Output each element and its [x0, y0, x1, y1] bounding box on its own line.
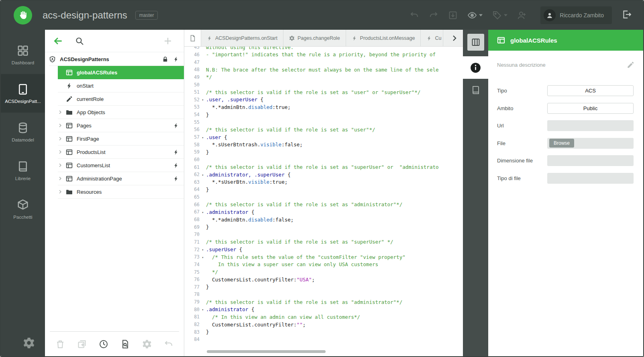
sidebar-item-pacchetti[interactable]: Pacchetti: [1, 190, 45, 228]
undo-button[interactable]: [164, 339, 173, 349]
property-value: Public: [583, 105, 597, 111]
expand-chevron-icon[interactable]: [58, 109, 66, 115]
fold-gutter: [200, 114, 206, 115]
columns-tool-button[interactable]: [467, 34, 484, 51]
tree-item-label: AdministrationPage: [77, 176, 173, 182]
fold-gutter: [200, 339, 206, 340]
code-line: 62▾.administrator, .superUser {: [184, 171, 463, 178]
fold-gutter: [200, 122, 206, 123]
line-number: 46: [184, 52, 200, 57]
shield-icon: [49, 56, 56, 63]
tree-item-label: ProductsList: [77, 149, 173, 155]
tab-acsdesignpatterns-onstart[interactable]: ACSDesignPatterns.onStart: [201, 30, 283, 46]
expand-chevron-icon[interactable]: [58, 149, 66, 155]
property-input-tipo[interactable]: ACS: [547, 85, 634, 96]
tree-item-app-objects[interactable]: App Objects: [58, 106, 184, 119]
property-input-url[interactable]: [547, 120, 634, 131]
add-user-button[interactable]: [517, 10, 527, 20]
import-box-button[interactable]: [448, 10, 458, 20]
tab-current-document[interactable]: [184, 30, 201, 46]
user-menu[interactable]: Riccardo Zambito: [540, 6, 612, 24]
tree-item-customerslist[interactable]: CustomersList: [58, 159, 184, 172]
tag-button[interactable]: [492, 10, 507, 20]
sidebar-item-dashboard[interactable]: Dashboard: [1, 35, 45, 74]
code-line: 65: [184, 193, 463, 201]
database-icon: [17, 122, 29, 134]
tab-label: Pages.changeRole: [298, 35, 340, 41]
fold-marker-icon[interactable]: ▾: [200, 97, 206, 102]
search-icon[interactable]: [75, 36, 84, 46]
tree-item-firstpage[interactable]: FirstPage: [58, 132, 184, 146]
tree-item-administrationpage[interactable]: AdministrationPage: [58, 172, 184, 185]
tree-root-acsdesignpatterns[interactable]: ACSDesignPatterns: [49, 53, 184, 66]
edit-description-button[interactable]: [627, 61, 634, 69]
undo-button[interactable]: [410, 10, 419, 20]
redo-button[interactable]: [429, 10, 438, 20]
fold-gutter: [200, 62, 206, 63]
tree-item-resources[interactable]: Resources: [58, 185, 184, 199]
expand-chevron-icon[interactable]: [58, 123, 66, 128]
panel-tab-info[interactable]: [463, 56, 488, 79]
back-arrow-icon[interactable]: [53, 36, 63, 46]
code-area[interactable]: 45without using this directive.46- "impo…: [184, 47, 463, 356]
expand-chevron-icon[interactable]: [58, 189, 66, 195]
line-number: 71: [184, 239, 200, 245]
property-row-tipo-di-file: Tipo di file: [497, 170, 634, 187]
property-input-file[interactable]: Browse: [547, 138, 634, 149]
tree-item-productslist[interactable]: ProductsList: [58, 146, 184, 159]
code-text: CustomersList.countryFilter:"USA";: [206, 277, 315, 283]
tree-item-pages[interactable]: Pages: [58, 119, 184, 132]
fold-marker-icon[interactable]: ▾: [200, 210, 206, 214]
property-input-tipo-di-file[interactable]: [547, 173, 634, 184]
search-doc-button[interactable]: [120, 339, 130, 349]
fold-gutter: [200, 294, 206, 295]
property-label: Ambito: [497, 105, 547, 111]
sidebar-item-datamodel[interactable]: Datamodel: [1, 113, 45, 151]
browse-button[interactable]: Browse: [549, 139, 574, 148]
tab-productslist-onmessage[interactable]: ProductsList.onMessage: [346, 30, 421, 46]
window-icon: [66, 122, 73, 129]
expand-chevron-icon[interactable]: [58, 176, 66, 181]
app-logo[interactable]: [14, 6, 32, 25]
tree-item-currentrole[interactable]: currentRole: [58, 92, 184, 106]
fold-marker-icon[interactable]: ▾: [200, 247, 206, 252]
sidebar-item-acsdesignpatt[interactable]: ACSDesignPatt...: [1, 74, 45, 113]
expand-chevron-icon[interactable]: [58, 162, 66, 168]
left-sidebar: DashboardACSDesignPatt...DatamodelLibrer…: [1, 30, 45, 356]
horizontal-scrollbar[interactable]: [207, 350, 326, 353]
settings-button[interactable]: [1, 337, 45, 349]
trash-button[interactable]: [55, 339, 65, 349]
property-input-ambito[interactable]: Public: [547, 103, 634, 114]
expand-chevron-icon[interactable]: [58, 136, 66, 142]
line-number: 60: [184, 157, 200, 162]
tree-item-onstart[interactable]: onStart: [58, 79, 184, 92]
line-number: 64: [184, 187, 200, 192]
property-input-dimensione-file[interactable]: [547, 155, 634, 166]
tab-cu[interactable]: Cu: [421, 30, 443, 46]
property-row-ambito: AmbitoPublic: [497, 100, 634, 117]
tree-item-label: CustomersList: [77, 162, 173, 168]
code-line: 50: [184, 81, 463, 88]
line-number: 79: [184, 299, 200, 305]
user-name: Riccardo Zambito: [560, 12, 604, 18]
fold-gutter: [200, 84, 206, 85]
fold-marker-icon[interactable]: ▾: [200, 172, 206, 177]
tree-indent: [58, 83, 66, 88]
code-text: /* this selector is valid if the role is…: [206, 239, 393, 245]
gear-button[interactable]: [142, 339, 152, 349]
add-frame-button[interactable]: [77, 339, 87, 349]
fold-marker-icon[interactable]: ▾: [200, 307, 206, 312]
panel-tab-book[interactable]: [463, 79, 488, 101]
fold-marker-icon[interactable]: ▾: [200, 135, 206, 140]
eye-button[interactable]: [467, 10, 483, 20]
history-button[interactable]: [99, 339, 108, 349]
tab-pages-changerole[interactable]: Pages.changeRole: [283, 30, 346, 46]
add-icon[interactable]: [163, 36, 173, 46]
logout-button[interactable]: [622, 9, 632, 21]
tab-overflow-button[interactable]: [446, 30, 463, 46]
sidebar-item-librerie[interactable]: Librerie: [1, 151, 45, 190]
branch-badge[interactable]: master: [135, 11, 158, 20]
fold-marker-icon[interactable]: ▾: [200, 255, 206, 259]
tree-item-globalacsrules[interactable]: globalACSRules: [58, 66, 184, 79]
code-text: }: [206, 112, 209, 118]
